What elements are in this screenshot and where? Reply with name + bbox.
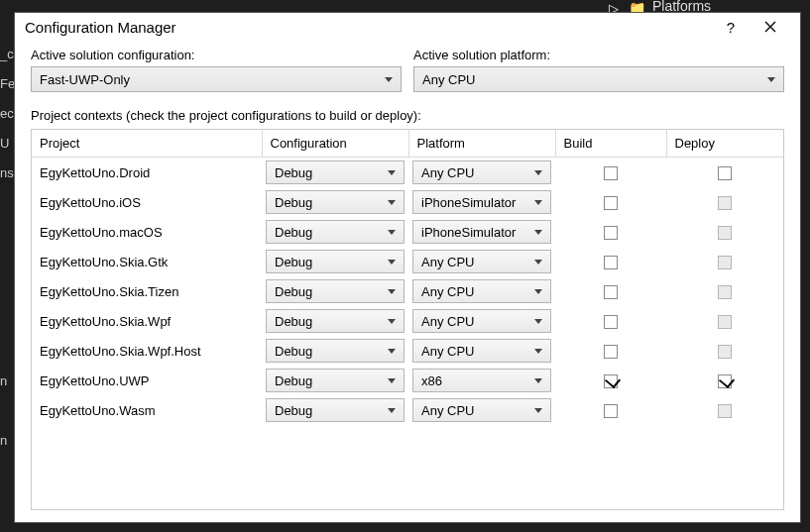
deploy-checkbox[interactable] bbox=[718, 166, 732, 180]
deploy-checkbox[interactable] bbox=[718, 374, 732, 388]
configuration-dropdown[interactable]: Debug bbox=[266, 279, 405, 303]
platform-dropdown[interactable]: Any CPU bbox=[412, 250, 551, 273]
build-checkbox[interactable] bbox=[604, 196, 618, 210]
build-checkbox[interactable] bbox=[604, 404, 618, 418]
col-deploy[interactable]: Deploy bbox=[666, 130, 783, 158]
table-row: EgyKettoUno.Skia.Wpf.HostDebugAny CPU bbox=[32, 336, 783, 366]
configuration-value: Debug bbox=[275, 373, 312, 388]
platform-dropdown[interactable]: x86 bbox=[412, 369, 551, 392]
table-row: EgyKettoUno.UWPDebugx86 bbox=[32, 366, 783, 395]
configuration-value: Debug bbox=[275, 165, 312, 180]
active-platform-dropdown[interactable]: Any CPU bbox=[413, 66, 784, 92]
configuration-dropdown[interactable]: Debug bbox=[266, 309, 405, 333]
build-checkbox[interactable] bbox=[604, 345, 618, 359]
table-header-row: Project Configuration Platform Build Dep… bbox=[32, 130, 783, 158]
deploy-checkbox bbox=[718, 345, 732, 359]
help-icon[interactable]: ? bbox=[711, 19, 751, 36]
configuration-value: Debug bbox=[275, 314, 312, 329]
configuration-value: Debug bbox=[275, 255, 312, 269]
configuration-dropdown[interactable]: Debug bbox=[266, 250, 405, 273]
platform-dropdown[interactable]: Any CPU bbox=[412, 398, 551, 422]
active-config-value: Fast-UWP-Only bbox=[40, 72, 130, 87]
project-name: EgyKettoUno.macOS bbox=[32, 217, 262, 247]
active-config-label: Active solution configuration: bbox=[31, 48, 402, 62]
platform-value: Any CPU bbox=[421, 314, 474, 329]
build-checkbox[interactable] bbox=[604, 166, 618, 180]
configuration-manager-dialog: Configuration Manager ? Active solution … bbox=[14, 12, 801, 523]
configuration-value: Debug bbox=[275, 344, 312, 359]
configuration-dropdown[interactable]: Debug bbox=[266, 398, 405, 422]
close-icon[interactable] bbox=[751, 19, 790, 36]
platform-dropdown[interactable]: Any CPU bbox=[412, 160, 551, 184]
active-config-dropdown[interactable]: Fast-UWP-Only bbox=[31, 66, 402, 92]
build-checkbox[interactable] bbox=[604, 315, 618, 329]
deploy-checkbox bbox=[718, 256, 732, 269]
col-platform[interactable]: Platform bbox=[408, 130, 555, 158]
platform-value: Any CPU bbox=[421, 344, 474, 359]
configuration-value: Debug bbox=[275, 284, 312, 299]
project-name: EgyKettoUno.Wasm bbox=[32, 395, 262, 425]
active-config-group: Active solution configuration: Fast-UWP-… bbox=[31, 48, 402, 92]
dialog-title: Configuration Manager bbox=[25, 19, 711, 36]
build-checkbox[interactable] bbox=[604, 285, 618, 299]
col-build[interactable]: Build bbox=[555, 130, 666, 158]
active-platform-group: Active solution platform: Any CPU bbox=[413, 48, 784, 92]
platform-value: Any CPU bbox=[421, 165, 474, 180]
project-name: EgyKettoUno.UWP bbox=[32, 366, 262, 395]
dialog-content: Active solution configuration: Fast-UWP-… bbox=[15, 44, 800, 522]
projects-table: Project Configuration Platform Build Dep… bbox=[32, 130, 783, 425]
table-row: EgyKettoUno.WasmDebugAny CPU bbox=[32, 395, 783, 425]
table-row: EgyKettoUno.Skia.WpfDebugAny CPU bbox=[32, 306, 783, 336]
deploy-checkbox bbox=[718, 404, 732, 418]
table-row: EgyKettoUno.iOSDebugiPhoneSimulator bbox=[32, 187, 783, 217]
deploy-checkbox bbox=[718, 196, 732, 210]
project-name: EgyKettoUno.Skia.Tizen bbox=[32, 276, 262, 306]
platform-value: iPhoneSimulator bbox=[421, 195, 516, 210]
col-configuration[interactable]: Configuration bbox=[262, 130, 408, 158]
deploy-checkbox bbox=[718, 315, 732, 329]
build-checkbox[interactable] bbox=[604, 226, 618, 240]
table-row: EgyKettoUno.DroidDebugAny CPU bbox=[32, 158, 783, 188]
project-name: EgyKettoUno.iOS bbox=[32, 187, 262, 217]
platform-value: Any CPU bbox=[421, 284, 474, 299]
projects-table-wrap: Project Configuration Platform Build Dep… bbox=[31, 129, 784, 510]
bg-left-scrap: _c Fe ec U ns n n bbox=[0, 40, 14, 456]
deploy-checkbox bbox=[718, 285, 732, 299]
top-row: Active solution configuration: Fast-UWP-… bbox=[31, 48, 784, 92]
table-row: EgyKettoUno.macOSDebugiPhoneSimulator bbox=[32, 217, 783, 247]
configuration-value: Debug bbox=[275, 225, 312, 240]
table-row: EgyKettoUno.Skia.TizenDebugAny CPU bbox=[32, 276, 783, 306]
platform-dropdown[interactable]: iPhoneSimulator bbox=[412, 190, 551, 214]
project-contexts-label: Project contexts (check the project conf… bbox=[31, 108, 784, 123]
configuration-dropdown[interactable]: Debug bbox=[266, 369, 405, 392]
configuration-value: Debug bbox=[275, 403, 312, 418]
platform-value: Any CPU bbox=[421, 403, 474, 418]
build-checkbox[interactable] bbox=[604, 256, 618, 269]
platform-value: x86 bbox=[421, 373, 442, 388]
configuration-dropdown[interactable]: Debug bbox=[266, 220, 405, 244]
configuration-dropdown[interactable]: Debug bbox=[266, 190, 405, 214]
col-project[interactable]: Project bbox=[32, 130, 262, 158]
project-name: EgyKettoUno.Droid bbox=[32, 158, 262, 188]
configuration-value: Debug bbox=[275, 195, 312, 210]
titlebar: Configuration Manager ? bbox=[15, 13, 800, 44]
active-platform-value: Any CPU bbox=[422, 72, 475, 87]
build-checkbox[interactable] bbox=[604, 374, 618, 388]
project-name: EgyKettoUno.Skia.Wpf.Host bbox=[32, 336, 262, 366]
configuration-dropdown[interactable]: Debug bbox=[266, 339, 405, 363]
configuration-dropdown[interactable]: Debug bbox=[266, 160, 405, 184]
table-row: EgyKettoUno.Skia.GtkDebugAny CPU bbox=[32, 247, 783, 276]
active-platform-label: Active solution platform: bbox=[413, 48, 784, 62]
platform-value: Any CPU bbox=[421, 255, 474, 269]
deploy-checkbox bbox=[718, 226, 732, 240]
platform-dropdown[interactable]: iPhoneSimulator bbox=[412, 220, 551, 244]
project-name: EgyKettoUno.Skia.Gtk bbox=[32, 247, 262, 276]
platform-dropdown[interactable]: Any CPU bbox=[412, 339, 551, 363]
project-name: EgyKettoUno.Skia.Wpf bbox=[32, 306, 262, 336]
platform-dropdown[interactable]: Any CPU bbox=[412, 279, 551, 303]
platform-dropdown[interactable]: Any CPU bbox=[412, 309, 551, 333]
platform-value: iPhoneSimulator bbox=[421, 225, 516, 240]
